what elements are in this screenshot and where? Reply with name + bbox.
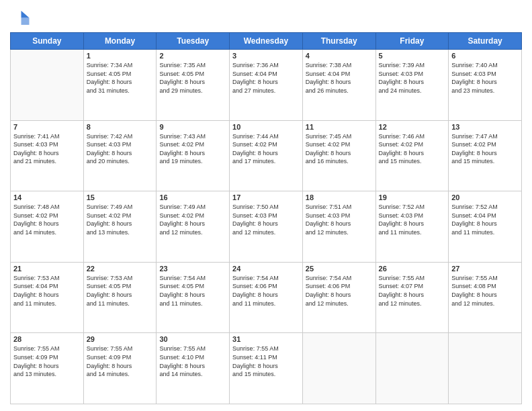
cell-info: Sunrise: 7:39 AMSunset: 4:03 PMDaylight:…	[379, 61, 446, 95]
cell-info: Sunrise: 7:35 AMSunset: 4:05 PMDaylight:…	[159, 61, 226, 95]
calendar-cell: 8Sunrise: 7:42 AMSunset: 4:03 PMDaylight…	[83, 120, 157, 191]
calendar-cell: 11Sunrise: 7:45 AMSunset: 4:02 PMDayligh…	[302, 120, 375, 191]
cell-info: Sunrise: 7:55 AMSunset: 4:08 PMDaylight:…	[451, 274, 519, 308]
day-header-saturday: Saturday	[449, 33, 522, 50]
day-number: 17	[232, 193, 300, 201]
cell-info: Sunrise: 7:47 AMSunset: 4:02 PMDaylight:…	[451, 132, 519, 166]
calendar-cell: 2Sunrise: 7:35 AMSunset: 4:05 PMDaylight…	[157, 50, 230, 121]
logo	[10, 7, 33, 27]
cell-info: Sunrise: 7:53 AMSunset: 4:05 PMDaylight:…	[87, 274, 154, 308]
cell-info: Sunrise: 7:55 AMSunset: 4:10 PMDaylight:…	[159, 345, 226, 378]
day-header-tuesday: Tuesday	[157, 33, 230, 50]
week-row-2: 14Sunrise: 7:48 AMSunset: 4:02 PMDayligh…	[11, 191, 522, 263]
day-number: 24	[232, 265, 300, 273]
day-number: 19	[379, 193, 446, 201]
calendar-header-row: SundayMondayTuesdayWednesdayThursdayFrid…	[11, 33, 522, 50]
calendar-cell: 16Sunrise: 7:49 AMSunset: 4:02 PMDayligh…	[157, 191, 230, 263]
calendar-cell: 19Sunrise: 7:52 AMSunset: 4:03 PMDayligh…	[375, 191, 449, 263]
day-number: 25	[306, 265, 373, 273]
calendar-cell: 4Sunrise: 7:38 AMSunset: 4:04 PMDaylight…	[302, 50, 375, 121]
cell-info: Sunrise: 7:46 AMSunset: 4:02 PMDaylight:…	[379, 132, 446, 166]
calendar-cell: 26Sunrise: 7:55 AMSunset: 4:07 PMDayligh…	[375, 262, 449, 333]
day-number: 10	[232, 123, 300, 131]
day-number: 12	[379, 123, 446, 131]
cell-info: Sunrise: 7:55 AMSunset: 4:07 PMDaylight:…	[379, 274, 446, 308]
day-number: 26	[379, 265, 446, 273]
day-number: 16	[159, 193, 226, 201]
svg-marker-1	[21, 18, 30, 26]
calendar-cell	[449, 333, 522, 404]
cell-info: Sunrise: 7:40 AMSunset: 4:03 PMDaylight:…	[451, 61, 519, 95]
day-number: 23	[159, 265, 226, 273]
cell-info: Sunrise: 7:52 AMSunset: 4:04 PMDaylight:…	[451, 203, 519, 236]
calendar-cell: 3Sunrise: 7:36 AMSunset: 4:04 PMDaylight…	[230, 50, 303, 121]
day-number: 29	[87, 335, 154, 343]
cell-info: Sunrise: 7:51 AMSunset: 4:03 PMDaylight:…	[306, 203, 373, 236]
cell-info: Sunrise: 7:52 AMSunset: 4:03 PMDaylight:…	[379, 203, 446, 236]
calendar-cell: 18Sunrise: 7:51 AMSunset: 4:03 PMDayligh…	[302, 191, 375, 263]
calendar-cell: 15Sunrise: 7:49 AMSunset: 4:02 PMDayligh…	[83, 191, 157, 263]
calendar-cell	[375, 333, 449, 404]
week-row-0: 1Sunrise: 7:34 AMSunset: 4:05 PMDaylight…	[11, 50, 522, 121]
cell-info: Sunrise: 7:55 AMSunset: 4:09 PMDaylight:…	[87, 345, 154, 378]
calendar-cell: 31Sunrise: 7:55 AMSunset: 4:11 PMDayligh…	[230, 333, 303, 404]
cell-info: Sunrise: 7:54 AMSunset: 4:06 PMDaylight:…	[232, 274, 300, 308]
cell-info: Sunrise: 7:49 AMSunset: 4:02 PMDaylight:…	[159, 203, 226, 236]
day-number: 13	[451, 123, 519, 131]
calendar-cell: 23Sunrise: 7:54 AMSunset: 4:05 PMDayligh…	[157, 262, 230, 333]
cell-info: Sunrise: 7:50 AMSunset: 4:03 PMDaylight:…	[232, 203, 300, 236]
cell-info: Sunrise: 7:34 AMSunset: 4:05 PMDaylight:…	[87, 61, 154, 95]
calendar-cell: 21Sunrise: 7:53 AMSunset: 4:04 PMDayligh…	[11, 262, 84, 333]
cell-info: Sunrise: 7:55 AMSunset: 4:11 PMDaylight:…	[232, 345, 300, 378]
day-number: 31	[232, 335, 300, 343]
logo-icon	[10, 7, 30, 27]
week-row-4: 28Sunrise: 7:55 AMSunset: 4:09 PMDayligh…	[11, 333, 522, 404]
calendar-cell: 10Sunrise: 7:44 AMSunset: 4:02 PMDayligh…	[230, 120, 303, 191]
day-number: 9	[159, 123, 226, 131]
cell-info: Sunrise: 7:48 AMSunset: 4:02 PMDaylight:…	[13, 203, 81, 236]
cell-info: Sunrise: 7:54 AMSunset: 4:06 PMDaylight:…	[306, 274, 373, 308]
calendar-cell: 9Sunrise: 7:43 AMSunset: 4:02 PMDaylight…	[157, 120, 230, 191]
calendar-cell: 20Sunrise: 7:52 AMSunset: 4:04 PMDayligh…	[449, 191, 522, 263]
calendar-cell: 17Sunrise: 7:50 AMSunset: 4:03 PMDayligh…	[230, 191, 303, 263]
cell-info: Sunrise: 7:53 AMSunset: 4:04 PMDaylight:…	[13, 274, 81, 308]
day-number: 7	[13, 123, 81, 131]
day-header-wednesday: Wednesday	[230, 33, 303, 50]
day-header-sunday: Sunday	[11, 33, 84, 50]
cell-info: Sunrise: 7:55 AMSunset: 4:09 PMDaylight:…	[13, 345, 81, 378]
day-number: 22	[87, 265, 154, 273]
calendar-cell: 27Sunrise: 7:55 AMSunset: 4:08 PMDayligh…	[449, 262, 522, 333]
cell-info: Sunrise: 7:38 AMSunset: 4:04 PMDaylight:…	[306, 61, 373, 95]
day-number: 21	[13, 265, 81, 273]
cell-info: Sunrise: 7:49 AMSunset: 4:02 PMDaylight:…	[87, 203, 154, 236]
calendar-cell: 29Sunrise: 7:55 AMSunset: 4:09 PMDayligh…	[83, 333, 157, 404]
cell-info: Sunrise: 7:45 AMSunset: 4:02 PMDaylight:…	[306, 132, 373, 166]
day-number: 8	[87, 123, 154, 131]
header	[10, 7, 522, 27]
calendar-cell: 28Sunrise: 7:55 AMSunset: 4:09 PMDayligh…	[11, 333, 84, 404]
calendar-cell: 5Sunrise: 7:39 AMSunset: 4:03 PMDaylight…	[375, 50, 449, 121]
day-number: 1	[87, 52, 154, 60]
calendar-cell: 22Sunrise: 7:53 AMSunset: 4:05 PMDayligh…	[83, 262, 157, 333]
calendar-cell: 6Sunrise: 7:40 AMSunset: 4:03 PMDaylight…	[449, 50, 522, 121]
day-number: 20	[451, 193, 519, 201]
day-number: 3	[232, 52, 300, 60]
calendar-cell: 1Sunrise: 7:34 AMSunset: 4:05 PMDaylight…	[83, 50, 157, 121]
week-row-3: 21Sunrise: 7:53 AMSunset: 4:04 PMDayligh…	[11, 262, 522, 333]
day-number: 15	[87, 193, 154, 201]
cell-info: Sunrise: 7:42 AMSunset: 4:03 PMDaylight:…	[87, 132, 154, 166]
calendar-cell: 13Sunrise: 7:47 AMSunset: 4:02 PMDayligh…	[449, 120, 522, 191]
calendar-cell	[302, 333, 375, 404]
week-row-1: 7Sunrise: 7:41 AMSunset: 4:03 PMDaylight…	[11, 120, 522, 191]
calendar-cell: 25Sunrise: 7:54 AMSunset: 4:06 PMDayligh…	[302, 262, 375, 333]
cell-info: Sunrise: 7:43 AMSunset: 4:02 PMDaylight:…	[159, 132, 226, 166]
day-number: 28	[13, 335, 81, 343]
day-number: 5	[379, 52, 446, 60]
day-number: 27	[451, 265, 519, 273]
page: SundayMondayTuesdayWednesdayThursdayFrid…	[0, 0, 532, 411]
cell-info: Sunrise: 7:36 AMSunset: 4:04 PMDaylight:…	[232, 61, 300, 95]
cell-info: Sunrise: 7:41 AMSunset: 4:03 PMDaylight:…	[13, 132, 81, 166]
day-header-friday: Friday	[375, 33, 449, 50]
calendar-cell: 7Sunrise: 7:41 AMSunset: 4:03 PMDaylight…	[11, 120, 84, 191]
day-number: 14	[13, 193, 81, 201]
